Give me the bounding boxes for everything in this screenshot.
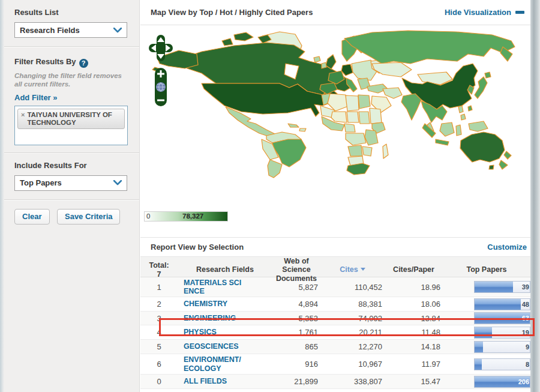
top-papers-bar-fill: [475, 282, 513, 292]
row-rank: 2: [140, 300, 178, 309]
col-total: Total: 7: [140, 261, 178, 279]
top-papers-value: 9: [526, 342, 529, 352]
filter-tag-label: TAIYUAN UNIVERSITY OF TECHNOLOGY: [27, 111, 121, 127]
col-research-fields[interactable]: Research Fields: [178, 265, 272, 274]
world-map-area: [140, 25, 530, 208]
remove-filter-icon[interactable]: ×: [21, 111, 25, 127]
map-legend: 0 78,327: [140, 211, 530, 232]
row-field-link[interactable]: GEOSCIENCES: [178, 342, 272, 351]
row-rank: 4: [140, 328, 178, 337]
row-cites-per-paper: 15.47: [385, 377, 443, 386]
map-pan-control[interactable]: [149, 35, 173, 61]
map-zoom-control[interactable]: [154, 67, 167, 107]
row-cites-per-paper: 13.84: [385, 314, 443, 323]
row-cites: 10,967: [320, 360, 385, 369]
row-top-papers-cell: 8: [443, 358, 530, 370]
sidebar-edge-gradient: [0, 0, 4, 392]
top-papers-bar: 19: [474, 327, 530, 339]
top-papers-bar: 63: [474, 312, 530, 324]
include-results-heading: Include Results For: [14, 161, 127, 170]
vertical-scrollbar[interactable]: [530, 0, 540, 392]
row-top-papers-cell: 39: [443, 281, 530, 293]
row-rank: 3: [140, 314, 178, 323]
report-view-title: Report View by Selection: [151, 243, 244, 252]
hide-visualization-link[interactable]: Hide Visualization: [445, 8, 524, 17]
top-papers-bar: 206: [474, 376, 530, 388]
filter-results-heading: Filter Results By?: [14, 57, 127, 68]
row-cites: 12,270: [320, 342, 385, 351]
add-filter-link[interactable]: Add Filter »: [14, 93, 58, 102]
world-map[interactable]: [144, 28, 526, 179]
row-docs: 4,894: [272, 300, 320, 309]
row-field-link[interactable]: ENGINEERING: [178, 314, 272, 322]
table-row[interactable]: 0 ALL FIELDS 21,899 338,807 15.47 206: [140, 375, 530, 389]
row-field-link[interactable]: MATERIALS SCIENCE: [178, 279, 245, 296]
help-icon[interactable]: ?: [79, 59, 88, 68]
row-field-link[interactable]: ENVIRONMENT/ECOLOGY: [178, 355, 245, 373]
results-list-dropdown-value: Research Fields: [20, 26, 80, 35]
table-body: 1 MATERIALS SCIENCE 5,827 110,452 18.96 …: [140, 277, 530, 389]
top-papers-bar-fill: [475, 327, 492, 338]
table-row[interactable]: 3 ENGINEERING 5,353 74,092 13.84 63: [140, 312, 530, 325]
sort-descending-icon: [361, 268, 365, 271]
legend-max-label: 78,327: [182, 213, 203, 220]
col-cites-per-paper[interactable]: Cites/Paper: [385, 265, 443, 274]
top-papers-value: 19: [522, 327, 529, 338]
row-cites: 110,452: [320, 283, 385, 292]
customize-link[interactable]: Customize: [487, 243, 527, 252]
top-papers-value: 39: [522, 282, 529, 292]
top-papers-bar: 9: [474, 341, 530, 353]
clear-button[interactable]: Clear: [14, 209, 50, 225]
filter-box[interactable]: × TAIYUAN UNIVERSITY OF TECHNOLOGY: [14, 106, 128, 145]
row-docs: 5,353: [272, 314, 320, 323]
row-top-papers-cell: 206: [443, 376, 530, 388]
row-docs: 916: [272, 360, 320, 369]
table-row[interactable]: 6 ENVIRONMENT/ECOLOGY 916 10,967 11.97 8: [140, 354, 530, 375]
col-top-papers[interactable]: Top Papers: [443, 265, 530, 274]
top-papers-bar-fill: [475, 359, 482, 370]
legend-gradient-bar: 0 78,327: [144, 211, 228, 222]
row-top-papers-cell: 19: [443, 327, 530, 339]
filter-tag[interactable]: × TAIYUAN UNIVERSITY OF TECHNOLOGY: [17, 109, 125, 129]
legend-min-label: 0: [146, 213, 150, 220]
collapse-icon[interactable]: [515, 11, 524, 14]
row-docs: 21,899: [272, 377, 320, 386]
include-results-dropdown-value: Top Papers: [20, 178, 62, 187]
row-top-papers-cell: 48: [443, 298, 530, 310]
row-cites: 88,381: [320, 300, 385, 309]
top-papers-value: 206: [518, 376, 529, 387]
col-wos-documents[interactable]: Web of Science Documents: [272, 257, 320, 283]
save-criteria-button[interactable]: Save Criteria: [57, 209, 121, 225]
table-row[interactable]: 5 GEOSCIENCES 865 12,270 14.18 9: [140, 340, 530, 354]
row-rank: 1: [140, 283, 178, 292]
row-top-papers-cell: 9: [443, 341, 530, 353]
table-row[interactable]: 2 CHEMISTRY 4,894 88,381 18.06 48: [140, 297, 530, 312]
top-papers-bar: 48: [474, 298, 530, 310]
row-cites-per-paper: 18.96: [385, 283, 443, 292]
row-cites-per-paper: 11.48: [385, 328, 443, 337]
row-rank: 0: [140, 377, 178, 386]
row-docs: 5,827: [272, 283, 320, 292]
results-list-dropdown[interactable]: Research Fields: [14, 22, 127, 38]
row-cites-per-paper: 14.18: [385, 342, 443, 351]
top-papers-bar-fill: [475, 299, 521, 310]
sidebar: Results List Research Fields Filter Resu…: [0, 0, 140, 392]
table-row[interactable]: 1 MATERIALS SCIENCE 5,827 110,452 18.96 …: [140, 277, 530, 297]
chevron-down-icon: [113, 28, 122, 33]
top-papers-bar-fill: [475, 342, 483, 352]
report-view-header: Report View by Selection Customize: [140, 238, 530, 256]
row-field-link[interactable]: CHEMISTRY: [178, 300, 272, 308]
col-cites-sorted[interactable]: Cites: [320, 265, 385, 274]
filter-note: Changing the filter field removes all cu…: [14, 71, 122, 89]
include-results-dropdown[interactable]: Top Papers: [14, 175, 127, 191]
row-cites-per-paper: 18.06: [385, 300, 443, 309]
main-panel: Map View by Top / Hot / Highly Cited Pap…: [140, 0, 540, 392]
table-header-row: Total: 7 Research Fields Web of Science …: [140, 256, 530, 277]
row-field-link[interactable]: PHYSICS: [178, 328, 272, 336]
table-row[interactable]: 4 PHYSICS 1,761 20,211 11.48 19: [140, 325, 530, 340]
row-rank: 6: [140, 360, 178, 369]
row-docs: 865: [272, 342, 320, 351]
map-view-header: Map View by Top / Hot / Highly Cited Pap…: [140, 0, 530, 25]
row-field-link[interactable]: ALL FIELDS: [178, 377, 272, 385]
results-list-heading: Results List: [14, 8, 127, 17]
